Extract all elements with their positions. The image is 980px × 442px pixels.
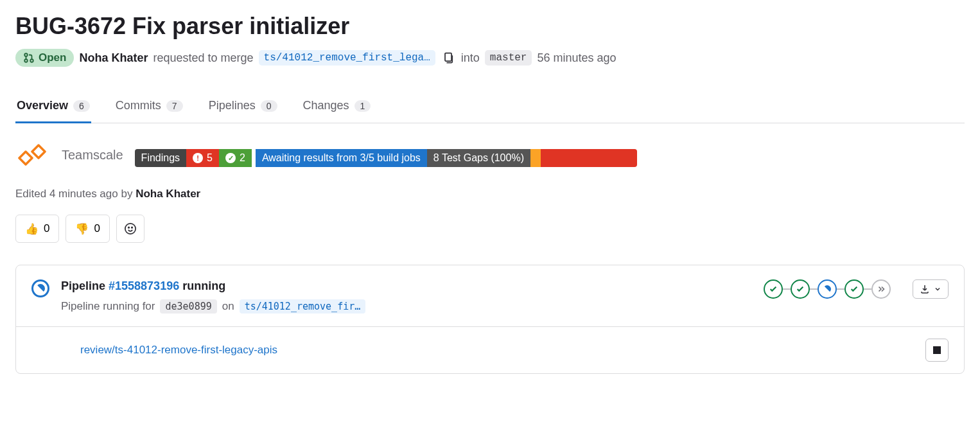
- pipeline-suffix: running: [182, 279, 225, 292]
- findings-green-count: 2: [240, 152, 245, 164]
- add-reaction-button[interactable]: [116, 215, 144, 243]
- tab-pipelines-label: Pipelines: [209, 99, 256, 112]
- svg-point-0: [24, 53, 28, 57]
- findings-red: ! 5: [186, 149, 219, 167]
- stage-1-passed[interactable]: [764, 279, 783, 299]
- coverage-bar-red: [541, 149, 637, 167]
- reactions-bar: 👍 0 👎 0: [15, 215, 965, 243]
- thumbs-down-button[interactable]: 👎 0: [66, 215, 109, 243]
- tab-overview[interactable]: Overview 6: [15, 90, 91, 123]
- check-icon: [850, 285, 859, 294]
- pipeline-footer: review/ts-41012-remove-first-legacy-apis: [16, 326, 964, 373]
- merge-text: requested to merge: [153, 51, 253, 65]
- running-status-icon: [31, 279, 49, 297]
- thumbs-down-count: 0: [94, 222, 100, 235]
- tab-commits[interactable]: Commits 7: [114, 90, 184, 123]
- svg-point-2: [30, 59, 33, 62]
- author-link[interactable]: Noha Khater: [79, 51, 148, 65]
- tab-pipelines-count: 0: [261, 100, 277, 112]
- thumbs-up-count: 0: [44, 222, 49, 235]
- thumbs-up-icon: 👍: [25, 222, 39, 236]
- findings-label: Findings: [135, 149, 186, 167]
- pipeline-text-block: Pipeline #1558873196 running Pipeline ru…: [61, 279, 752, 314]
- copy-branch-icon[interactable]: [441, 50, 456, 66]
- on-text: on: [222, 300, 234, 313]
- check-icon: [769, 285, 778, 294]
- status-text: Open: [39, 51, 66, 64]
- pipeline-subtitle: Pipeline running for de3e0899 on ts/4101…: [61, 299, 752, 314]
- svg-rect-3: [445, 53, 451, 62]
- teamscale-badges[interactable]: Findings ! 5 ✓ 2 Awaiting results from 3…: [135, 149, 637, 167]
- tab-commits-label: Commits: [116, 99, 161, 112]
- pipeline-prefix: Pipeline: [61, 279, 105, 292]
- stage-more[interactable]: [871, 279, 891, 299]
- stage-2-passed[interactable]: [791, 279, 810, 299]
- stage-connector: [837, 288, 844, 290]
- age-text: 56 minutes ago: [537, 51, 616, 65]
- commit-sha[interactable]: de3e0899: [160, 299, 216, 314]
- stop-icon: [933, 346, 941, 354]
- svg-point-4: [125, 224, 136, 234]
- check-icon: [796, 285, 805, 294]
- edited-author[interactable]: Noha Khater: [136, 188, 200, 200]
- stage-connector: [864, 288, 871, 290]
- mr-tabs: Overview 6 Commits 7 Pipelines 0 Changes…: [15, 90, 965, 123]
- check-icon: ✓: [225, 153, 236, 163]
- svg-point-5: [128, 227, 130, 228]
- teamscale-logo: Teamscale: [15, 144, 123, 166]
- stage-3-running[interactable]: [818, 279, 837, 299]
- stop-environment-button[interactable]: [925, 339, 949, 362]
- stage-4-passed[interactable]: [844, 279, 864, 299]
- pipeline-stages: [764, 279, 891, 299]
- pipeline-branch-ref[interactable]: ts/41012_remove_fir…: [240, 299, 366, 314]
- teamscale-name: Teamscale: [62, 148, 123, 163]
- pipeline-sub-prefix: Pipeline running for: [61, 300, 155, 313]
- chevron-double-right-icon: [877, 285, 886, 294]
- environment-link[interactable]: review/ts-41012-remove-first-legacy-apis: [80, 344, 277, 357]
- tab-changes[interactable]: Changes 1: [302, 90, 372, 123]
- awaiting-badge: Awaiting results from 3/5 build jobs: [256, 149, 427, 167]
- into-text: into: [461, 51, 480, 65]
- merge-request-title: BUG-3672 Fix parser initializer: [15, 13, 965, 40]
- tab-changes-count: 1: [354, 100, 371, 112]
- stage-connector: [810, 288, 818, 290]
- half-moon-icon: [34, 282, 47, 295]
- status-badge-open: Open: [15, 49, 74, 67]
- tab-overview-count: 6: [73, 100, 90, 112]
- svg-point-1: [24, 59, 28, 62]
- findings-red-count: 5: [207, 152, 213, 164]
- thumbs-down-icon: 👎: [75, 222, 89, 236]
- pipeline-widget: Pipeline #1558873196 running Pipeline ru…: [15, 265, 965, 374]
- tab-changes-label: Changes: [303, 99, 349, 112]
- svg-point-6: [132, 227, 133, 228]
- download-icon: [920, 284, 930, 294]
- teamscale-integration: Teamscale Findings ! 5 ✓ 2 Awaiting resu…: [15, 143, 965, 167]
- pipeline-header: Pipeline #1558873196 running Pipeline ru…: [16, 265, 964, 326]
- stage-connector: [783, 288, 791, 290]
- download-artifacts-button[interactable]: [913, 279, 949, 299]
- findings-green: ✓ 2: [219, 149, 252, 167]
- merge-request-meta: Open Noha Khater requested to merge ts/4…: [15, 49, 965, 67]
- merge-request-icon: [23, 52, 35, 64]
- source-branch-ref[interactable]: ts/41012_remove_first_lega…: [259, 50, 435, 66]
- thumbs-up-button[interactable]: 👍 0: [15, 215, 59, 243]
- edited-prefix: Edited 4 minutes ago by: [15, 188, 132, 200]
- pipeline-title: Pipeline #1558873196 running: [61, 279, 752, 293]
- half-moon-icon: [822, 284, 833, 295]
- alert-icon: !: [193, 153, 203, 163]
- smiley-icon: [124, 222, 137, 235]
- tab-commits-count: 7: [166, 100, 183, 112]
- tab-overview-label: Overview: [17, 99, 68, 112]
- edited-info: Edited 4 minutes ago by Noha Khater: [15, 188, 965, 200]
- chevron-down-icon: [934, 285, 941, 293]
- test-gaps-badge: 8 Test Gaps (100%): [427, 149, 530, 167]
- tab-pipelines[interactable]: Pipelines 0: [207, 90, 279, 123]
- pipeline-id-link[interactable]: #1558873196: [109, 279, 179, 292]
- teamscale-icon: [15, 144, 55, 166]
- target-branch-ref[interactable]: master: [485, 50, 532, 66]
- coverage-bar-orange: [530, 149, 541, 167]
